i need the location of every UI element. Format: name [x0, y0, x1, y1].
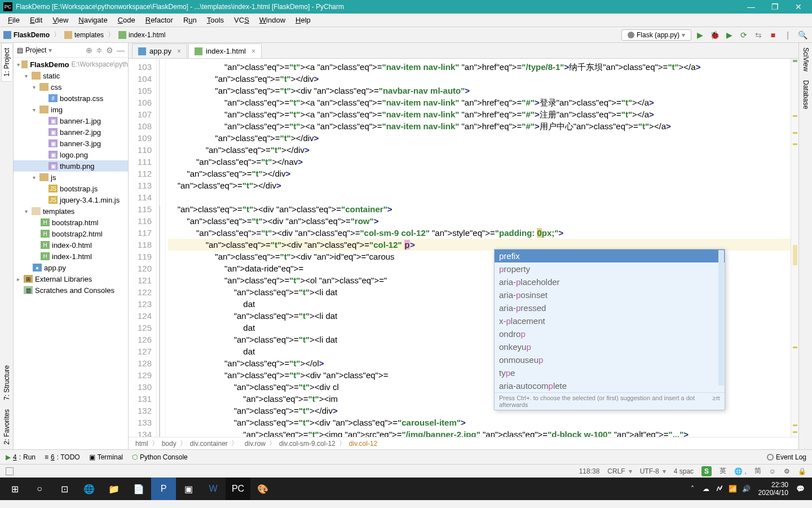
tree-folder-templates[interactable]: ▾templates	[14, 205, 128, 217]
menu-file[interactable]: File	[3, 15, 24, 25]
tree-folder-css[interactable]: ▾css	[14, 81, 128, 93]
menu-code[interactable]: Code	[113, 15, 140, 25]
project-tree[interactable]: ▾FlaskDemoE:\Workspace\pyth ▾static ▾css…	[14, 58, 128, 449]
menu-refactor[interactable]: Refactor	[141, 15, 178, 25]
explorer-icon[interactable]: 📁	[102, 478, 126, 500]
task-view-icon[interactable]: ⊡	[52, 478, 77, 500]
crumb-html[interactable]: html	[135, 440, 148, 448]
tray-cloud-icon[interactable]: ☁	[701, 484, 711, 494]
close-button[interactable]: ✕	[791, 2, 806, 11]
tab-structure[interactable]: 7: Structure	[2, 361, 12, 405]
nav-breadcrumb[interactable]: FlaskDemo 〉 templates 〉 index-1.html	[3, 30, 165, 40]
minimize-button[interactable]: —	[743, 2, 759, 11]
search-button[interactable]: 🔍	[796, 29, 809, 41]
tree-file[interactable]: Hbootstrap2.html	[14, 228, 128, 239]
crumb-file[interactable]: index-1.html	[129, 31, 165, 39]
notepad-icon[interactable]: 📄	[126, 478, 151, 500]
crumb-row[interactable]: div.row	[245, 440, 266, 448]
file-encoding[interactable]: UTF-8	[640, 467, 666, 475]
tab-favorites[interactable]: 2: Favorites	[2, 405, 12, 449]
editor-scrollbar[interactable]	[791, 59, 798, 437]
debug-button[interactable]: 🐞	[708, 29, 721, 41]
tool-run[interactable]: ▶4: Run	[6, 453, 36, 461]
menu-run[interactable]: Run	[179, 15, 201, 25]
tab-app-py[interactable]: app.py×	[132, 43, 187, 58]
stop-button[interactable]: ■	[767, 29, 779, 41]
indent-setting[interactable]: 4 spac	[674, 467, 694, 475]
tree-file[interactable]: ▣banner-2.jpg	[14, 126, 128, 138]
paint-icon[interactable]: 🎨	[250, 478, 275, 500]
ime-simp[interactable]: 简	[754, 466, 761, 476]
menu-vcs[interactable]: VCS	[230, 15, 254, 25]
start-button[interactable]: ⊞	[2, 478, 27, 500]
tree-folder-js[interactable]: ▾js	[14, 172, 128, 183]
chrome-icon[interactable]: 🌐	[77, 478, 102, 500]
close-tab-icon[interactable]: ×	[251, 47, 255, 55]
word-icon[interactable]: W	[201, 478, 226, 500]
run-config-selector[interactable]: Flask (app.py) ▾	[621, 29, 691, 41]
line-separator[interactable]: CRLF	[607, 467, 632, 475]
notifications-icon[interactable]: 💬	[795, 484, 805, 494]
taskbar-clock[interactable]: 22:30 2020/4/10	[755, 481, 792, 497]
tab-database[interactable]: Database	[801, 76, 811, 113]
office-icon[interactable]: ▣	[176, 478, 201, 500]
tab-index-1-html[interactable]: index-1.html×	[188, 43, 262, 58]
tray-up-icon[interactable]: ˄	[687, 484, 698, 494]
scroll-from-source-icon[interactable]: ⊕	[86, 46, 92, 55]
maximize-button[interactable]: ❐	[767, 2, 783, 11]
tree-root[interactable]: ▾FlaskDemoE:\Workspace\pyth	[14, 59, 128, 70]
settings-icon[interactable]: ⚙	[106, 46, 113, 55]
menu-edit[interactable]: Edit	[25, 15, 47, 25]
ime-smile[interactable]: ☺	[769, 467, 776, 475]
fold-column[interactable]	[157, 59, 166, 437]
code-completion-popup[interactable]: prefixpropertyaria-placeholderaria-posin…	[494, 249, 725, 410]
tab-sciview[interactable]: SciView	[801, 43, 811, 76]
tab-project[interactable]: 1: Project	[1, 43, 12, 82]
tree-file[interactable]: ●app.py	[14, 262, 128, 273]
ime-lang[interactable]: 英	[720, 466, 726, 476]
cortana-icon[interactable]: ○	[27, 478, 52, 500]
chevron-down-icon[interactable]: ▾	[48, 46, 52, 54]
app-p-icon[interactable]: P	[151, 478, 176, 500]
system-tray[interactable]: ˄ ☁ 🗲 📶 🔊 22:30 2020/4/10 💬	[687, 481, 810, 497]
tool-terminal[interactable]: ▣Terminal	[89, 453, 123, 461]
collapse-icon[interactable]: ≑	[96, 46, 103, 55]
tray-wifi-icon[interactable]: 📶	[728, 484, 738, 494]
tree-file[interactable]: ▣logo.png	[14, 149, 128, 160]
crumb-project[interactable]: FlaskDemo	[14, 31, 50, 39]
menu-help[interactable]: Help	[291, 15, 315, 25]
code-breadcrumb[interactable]: html〉 body〉 div.container〉 div.row〉 div.…	[129, 437, 798, 449]
tray-power-icon[interactable]: 🗲	[714, 484, 725, 494]
tree-folder-img[interactable]: ▾img	[14, 104, 128, 115]
crumb-folder[interactable]: templates	[74, 31, 104, 39]
menu-navigate[interactable]: Navigate	[74, 15, 112, 25]
event-log[interactable]: Event Log	[767, 453, 806, 461]
status-icon[interactable]	[6, 467, 14, 475]
tree-file[interactable]: ▣banner-3.jpg	[14, 138, 128, 149]
close-tab-icon[interactable]: ×	[177, 47, 181, 55]
menu-view[interactable]: View	[48, 15, 73, 25]
menu-tools[interactable]: Tools	[202, 15, 228, 25]
tree-folder-static[interactable]: ▾static	[14, 70, 128, 81]
tool-todo[interactable]: ≡6: TODO	[45, 453, 80, 461]
pycharm-icon[interactable]: PC	[226, 478, 250, 500]
run-coverage-button[interactable]: ▶	[723, 29, 735, 41]
tray-volume-icon[interactable]: 🔊	[742, 484, 752, 494]
tree-file[interactable]: Hindex-1.html	[14, 251, 128, 262]
crumb-body[interactable]: body	[162, 440, 176, 448]
profile-button[interactable]: ⟳	[738, 29, 750, 41]
tool-python-console[interactable]: ⬡Python Console	[132, 453, 188, 461]
tree-file[interactable]: Hbootstrap.html	[14, 217, 128, 228]
crumb-col-9[interactable]: div.col-sm-9.col-12	[279, 440, 336, 448]
tree-file[interactable]: ▣banner-1.jpg	[14, 115, 128, 126]
crumb-container[interactable]: div.container	[190, 440, 228, 448]
crumb-col-12[interactable]: div.col-12	[349, 440, 377, 448]
run-button[interactable]: ▶	[694, 29, 706, 41]
tree-file[interactable]: #bootstrap.css	[14, 93, 128, 104]
tree-file[interactable]: JSjquery-3.4.1.min.js	[14, 194, 128, 205]
tree-file[interactable]: Hindex-0.html	[14, 239, 128, 251]
lock-icon[interactable]: 🔒	[798, 467, 806, 475]
attach-button[interactable]: ⇆	[752, 29, 765, 41]
tree-scratches[interactable]: ▥Scratches and Consoles	[14, 284, 128, 296]
menu-window[interactable]: Window	[255, 15, 290, 25]
